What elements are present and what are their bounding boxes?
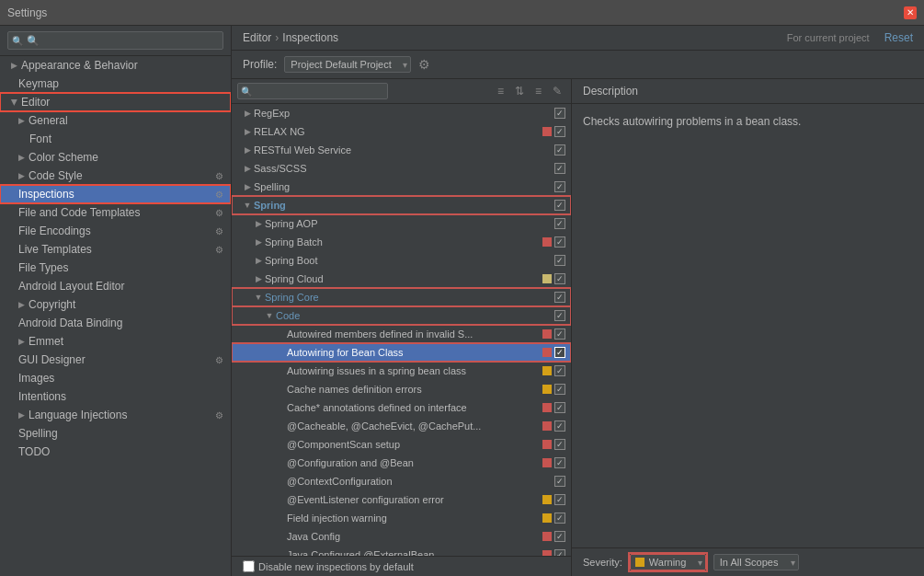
tree-item-spring[interactable]: ▼ Spring	[232, 196, 571, 214]
tree-item-autowiring-issues[interactable]: ▶ Autowiring issues in a spring bean cla…	[232, 362, 571, 380]
sidebar-item-lang-injections[interactable]: ▶ Language Injections ⚙	[0, 406, 231, 424]
color-indicator	[542, 440, 552, 449]
collapse-all-button[interactable]: ≡	[531, 83, 545, 99]
sidebar-item-general[interactable]: ▶ General	[0, 111, 231, 130]
sidebar-item-inspections[interactable]: Inspections ⚙	[0, 185, 231, 203]
tree-item-java-config[interactable]: ▶ Java Config	[232, 527, 571, 546]
sidebar-item-font[interactable]: Font	[0, 130, 231, 148]
checkbox[interactable]	[554, 420, 565, 432]
sidebar-item-emmet[interactable]: ▶ Emmet	[0, 332, 231, 351]
tree-item-sass[interactable]: ▶ Sass/SCSS	[232, 159, 571, 178]
severity-row: Severity: Warning Error Info In All Scop…	[572, 547, 924, 576]
tree-item-spring-aop[interactable]: ▶ Spring AOP	[232, 214, 571, 233]
scope-select[interactable]: In All Scopes	[713, 554, 799, 570]
tree-item-cacheable[interactable]: ▶ @Cacheable, @CacheEvict, @CachePut...	[232, 417, 571, 435]
checkbox[interactable]	[554, 439, 565, 450]
tree-item-spelling[interactable]: ▶ Spelling	[232, 178, 571, 196]
checkbox[interactable]	[554, 457, 565, 468]
tree-item-spring-batch[interactable]: ▶ Spring Batch	[232, 233, 571, 251]
tree-item-java-configured[interactable]: ▶ Java Configured @ExternalBean	[232, 546, 571, 556]
checkbox[interactable]	[554, 181, 565, 192]
tree-item-label: RegExp	[254, 108, 554, 119]
tree-item-label: @Cacheable, @CacheEvict, @CachePut...	[287, 420, 542, 432]
sidebar-item-file-encodings[interactable]: File Encodings ⚙	[0, 222, 231, 240]
tree-item-eventlistener[interactable]: ▶ @EventListener configuration error	[232, 490, 571, 509]
tree-item-field-injection[interactable]: ▶ Field injection warning	[232, 509, 571, 527]
checkbox[interactable]	[554, 549, 565, 556]
tree-item-configuration-bean[interactable]: ▶ @Configuration and @Bean	[232, 454, 571, 472]
profile-select[interactable]: Project Default Project	[284, 56, 411, 73]
sidebar-search-input[interactable]	[7, 31, 223, 50]
sidebar-item-intentions[interactable]: Intentions	[0, 387, 231, 406]
checkbox[interactable]	[554, 310, 565, 321]
checkbox[interactable]	[554, 108, 565, 119]
sidebar-item-live-templates[interactable]: Live Templates ⚙	[0, 240, 231, 259]
checkbox[interactable]	[554, 255, 565, 266]
sidebar-item-keymap[interactable]: Keymap	[0, 75, 231, 93]
sync-icon: ⚙	[215, 208, 223, 218]
close-button[interactable]: ✕	[904, 6, 917, 19]
checkbox[interactable]	[554, 292, 565, 303]
tree-item-autowired-invalid[interactable]: ▶ Autowired members defined in invalid S…	[232, 325, 571, 343]
disable-inspections-checkbox-label[interactable]: Disable new inspections by default	[243, 560, 414, 572]
checkbox[interactable]	[554, 531, 565, 542]
sidebar-item-todo[interactable]: TODO	[0, 443, 231, 461]
edit-button[interactable]: ✎	[549, 83, 565, 99]
sidebar-item-color-scheme[interactable]: ▶ Color Scheme	[0, 148, 231, 167]
disable-inspections-checkbox[interactable]	[243, 560, 255, 572]
checkbox[interactable]	[554, 126, 565, 137]
sidebar-item-file-code-templates[interactable]: File and Code Templates ⚙	[0, 203, 231, 222]
checkbox[interactable]	[554, 163, 565, 174]
sidebar-item-spelling[interactable]: Spelling	[0, 424, 231, 443]
tree-item-spring-boot[interactable]: ▶ Spring Boot	[232, 251, 571, 270]
sidebar-item-code-style[interactable]: ▶ Code Style ⚙	[0, 167, 231, 185]
sidebar-item-android-layout[interactable]: Android Layout Editor	[0, 277, 231, 295]
scope-select-wrap: In All Scopes	[713, 554, 799, 570]
checkbox[interactable]	[554, 365, 565, 376]
sidebar-item-gui-designer[interactable]: GUI Designer ⚙	[0, 351, 231, 369]
tree-item-spring-cloud[interactable]: ▶ Spring Cloud	[232, 270, 571, 288]
tree-item-restful[interactable]: ▶ RESTful Web Service	[232, 141, 571, 159]
checkbox[interactable]	[554, 236, 565, 248]
sidebar-item-editor[interactable]: ▶ Editor	[0, 93, 231, 111]
breadcrumb-inspections: Inspections	[282, 31, 338, 44]
tree-item-componentscan[interactable]: ▶ @ComponentScan setup	[232, 435, 571, 454]
tree-item-relaxng[interactable]: ▶ RELAX NG	[232, 122, 571, 141]
sidebar-item-label: Android Layout Editor	[18, 280, 124, 293]
filter-button[interactable]: ≡	[494, 83, 508, 99]
tree-item-autowiring-bean[interactable]: ▶ Autowiring for Bean Class	[232, 343, 571, 362]
sidebar-item-appearance[interactable]: ▶ Appearance & Behavior	[0, 56, 231, 75]
checkbox[interactable]	[554, 347, 565, 358]
checkbox[interactable]	[554, 402, 565, 413]
tree-item-spring-core[interactable]: ▼ Spring Core	[232, 288, 571, 306]
checkbox[interactable]	[554, 328, 565, 340]
reset-button[interactable]: Reset	[884, 31, 913, 44]
sidebar-item-file-types[interactable]: File Types	[0, 259, 231, 277]
tree-item-label: Autowiring for Bean Class	[287, 347, 542, 358]
tree-item-cache-annotations[interactable]: ▶ Cache* annotations defined on interfac…	[232, 398, 571, 417]
checkbox[interactable]	[554, 384, 565, 395]
sync-icon: ⚙	[215, 355, 223, 365]
for-current-project-link[interactable]: For current project	[787, 32, 870, 43]
color-indicator	[542, 403, 552, 412]
tree-item-cache-names[interactable]: ▶ Cache names definition errors	[232, 380, 571, 398]
tree-item-code[interactable]: ▼ Code	[232, 306, 571, 325]
gear-icon[interactable]: ⚙	[418, 57, 430, 72]
checkbox[interactable]	[554, 494, 565, 505]
checkbox[interactable]	[554, 218, 565, 229]
inspections-panel: 🔍 ≡ ⇅ ≡ ✎ ▶ RegExp	[232, 79, 572, 576]
checkbox[interactable]	[554, 476, 565, 487]
checkbox[interactable]	[554, 200, 565, 211]
checkbox[interactable]	[554, 513, 565, 524]
sidebar-item-android-data[interactable]: Android Data Binding	[0, 314, 231, 332]
tree-item-contextconfig[interactable]: ▶ @ContextConfiguration	[232, 472, 571, 490]
tree-item-regexp[interactable]: ▶ RegExp	[232, 104, 571, 122]
tree-item-label: Autowired members defined in invalid S..…	[287, 328, 542, 340]
expand-all-button[interactable]: ⇅	[511, 83, 528, 99]
checkbox[interactable]	[554, 144, 565, 156]
sidebar-item-copyright[interactable]: ▶ Copyright	[0, 295, 231, 314]
checkbox[interactable]	[554, 273, 565, 284]
sidebar-item-images[interactable]: Images	[0, 369, 231, 387]
severity-select[interactable]: Warning Error Info	[630, 554, 706, 570]
inspections-search-input[interactable]	[237, 83, 388, 99]
